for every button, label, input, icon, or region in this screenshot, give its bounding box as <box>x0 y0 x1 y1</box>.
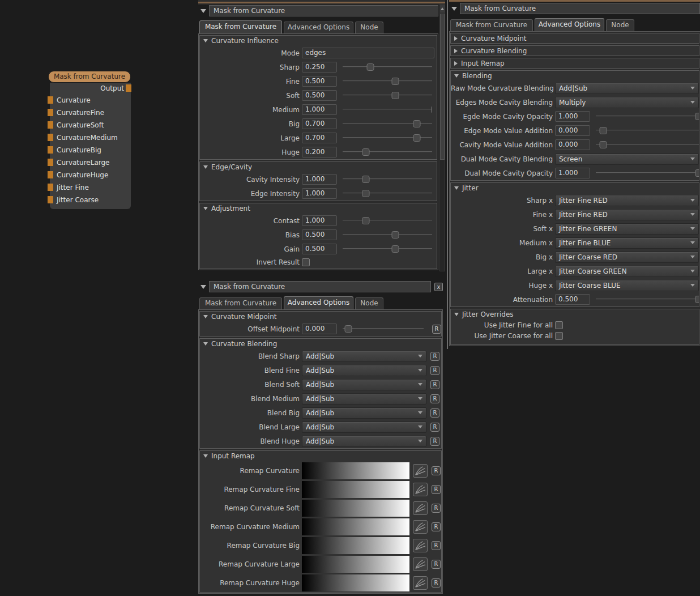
tab-mask-from-curvature[interactable]: Mask from Curvature <box>450 19 533 31</box>
jitter-source-dropdown[interactable]: Jitter Coarse RED <box>555 252 699 263</box>
input-socket[interactable] <box>48 159 53 166</box>
slider[interactable] <box>343 230 432 240</box>
value-field[interactable]: 0.000 <box>555 125 590 136</box>
section-header[interactable]: Blending <box>451 71 699 81</box>
section-header[interactable]: Curvature Midpoint <box>200 312 441 322</box>
slider[interactable] <box>343 76 432 86</box>
slider-handle[interactable] <box>362 148 370 156</box>
slider[interactable] <box>343 147 432 157</box>
jitter-source-dropdown[interactable]: Jitter Fine GREEN <box>555 223 699 235</box>
reset-button[interactable]: R <box>430 352 439 361</box>
slider-handle[interactable] <box>345 325 352 333</box>
input-socket[interactable] <box>48 96 53 104</box>
tab-advanced-options[interactable]: Advanced Options <box>284 22 353 33</box>
value-field[interactable]: 0.500 <box>302 90 337 101</box>
reset-button[interactable]: R <box>430 408 439 418</box>
curve-editor-button[interactable] <box>413 576 428 590</box>
use-jitter-coarse-checkbox[interactable] <box>555 332 563 340</box>
tab-advanced-options[interactable]: Advanced Options <box>284 296 353 309</box>
slider[interactable] <box>596 140 699 150</box>
slider[interactable] <box>343 105 432 114</box>
input-socket[interactable] <box>48 121 53 129</box>
slider[interactable] <box>343 324 424 334</box>
blend-mode-dropdown[interactable]: Add|Sub <box>302 393 426 405</box>
slider[interactable] <box>596 295 699 304</box>
jitter-source-dropdown[interactable]: Jitter Fine RED <box>555 195 699 206</box>
input-socket[interactable] <box>48 134 53 141</box>
collapsed-section-curvature-blending[interactable]: Curvature Blending <box>450 45 699 56</box>
blend-mode-dropdown[interactable]: Add|Sub <box>302 379 426 390</box>
curve-editor-button[interactable] <box>413 520 428 534</box>
slider[interactable] <box>343 133 432 143</box>
section-header[interactable]: Jitter <box>451 183 699 193</box>
value-field[interactable]: 1.000 <box>555 168 590 178</box>
section-header[interactable]: Curvature Blending <box>200 339 441 349</box>
node-title[interactable]: Mask from Curvature <box>48 71 131 83</box>
value-field[interactable]: 1.000 <box>302 188 337 199</box>
value-field[interactable]: 0.500 <box>302 76 337 87</box>
scroll-up-button[interactable] <box>440 5 445 12</box>
gradient-ramp[interactable] <box>302 574 409 591</box>
slider[interactable] <box>343 244 432 254</box>
input-socket[interactable] <box>48 109 53 116</box>
slider-handle[interactable] <box>392 231 399 239</box>
slider[interactable] <box>343 62 432 72</box>
reset-button[interactable]: R <box>432 504 441 513</box>
curve-editor-button[interactable] <box>413 501 428 515</box>
slider[interactable] <box>343 119 432 129</box>
collapse-triangle-icon[interactable] <box>451 7 457 11</box>
section-header[interactable]: Curvature Influence <box>200 36 437 46</box>
slider-handle[interactable] <box>695 296 699 303</box>
reset-button[interactable]: R <box>432 522 441 531</box>
reset-button[interactable]: R <box>430 380 439 389</box>
blend-mode-dropdown[interactable]: Add|Sub <box>302 407 426 419</box>
curve-editor-button[interactable] <box>413 557 428 571</box>
value-field[interactable]: 0.500 <box>302 229 337 240</box>
collapsed-section-input-remap[interactable]: Input Remap <box>450 58 699 69</box>
slider[interactable] <box>343 216 432 225</box>
value-field[interactable]: 0.700 <box>302 133 337 143</box>
slider-handle[interactable] <box>362 176 370 183</box>
input-socket[interactable] <box>48 184 53 191</box>
input-socket[interactable] <box>48 196 53 203</box>
panel-splitter[interactable] <box>447 0 448 349</box>
slider-handle[interactable] <box>362 217 370 224</box>
slider[interactable] <box>343 91 432 100</box>
section-header[interactable]: Jitter Overrides <box>451 309 699 320</box>
tab-node[interactable]: Node <box>606 19 634 31</box>
value-field[interactable]: 0.000 <box>555 139 590 150</box>
slider[interactable] <box>596 126 699 135</box>
gradient-ramp[interactable] <box>302 481 409 498</box>
slider-handle[interactable] <box>392 92 399 99</box>
value-field[interactable]: 1.000 <box>302 215 337 226</box>
gradient-ramp[interactable] <box>302 556 409 573</box>
reset-button[interactable]: R <box>432 325 441 334</box>
slider-handle[interactable] <box>695 113 699 120</box>
tab-node[interactable]: Node <box>355 297 383 309</box>
input-socket[interactable] <box>48 171 53 178</box>
section-header[interactable]: Edge/Cavity <box>200 162 437 172</box>
section-header[interactable]: Input Remap <box>200 451 441 461</box>
slider-handle[interactable] <box>431 106 432 113</box>
value-field[interactable]: 0.200 <box>302 147 337 157</box>
jitter-source-dropdown[interactable]: Jitter Coarse GREEN <box>555 266 699 277</box>
tab-mask-from-curvature[interactable]: Mask from Curvature <box>199 297 282 309</box>
collapsed-section-curvature-midpoint[interactable]: Curvature Midpoint <box>450 33 699 44</box>
reset-button[interactable]: R <box>430 366 439 375</box>
collapse-triangle-icon[interactable] <box>200 9 206 13</box>
slider[interactable] <box>343 174 432 184</box>
tab-mask-from-curvature[interactable]: Mask from Curvature <box>199 20 282 33</box>
blend-mode-dropdown[interactable]: Add|Sub <box>302 365 426 376</box>
mode-field[interactable]: edges <box>302 48 434 58</box>
gradient-ramp[interactable] <box>302 500 409 517</box>
gradient-ramp[interactable] <box>302 462 409 479</box>
jitter-source-dropdown[interactable]: Jitter Coarse BLUE <box>555 280 699 291</box>
value-field[interactable]: 0.700 <box>302 118 337 129</box>
reset-button[interactable]: R <box>430 394 439 403</box>
gradient-ramp[interactable] <box>302 518 409 535</box>
scrollbar-thumb[interactable] <box>440 14 445 160</box>
collapse-triangle-icon[interactable] <box>200 285 206 289</box>
blend-mode-dropdown[interactable]: Add|Sub <box>302 422 426 433</box>
output-socket[interactable] <box>126 84 131 92</box>
reset-button[interactable]: R <box>430 437 439 446</box>
